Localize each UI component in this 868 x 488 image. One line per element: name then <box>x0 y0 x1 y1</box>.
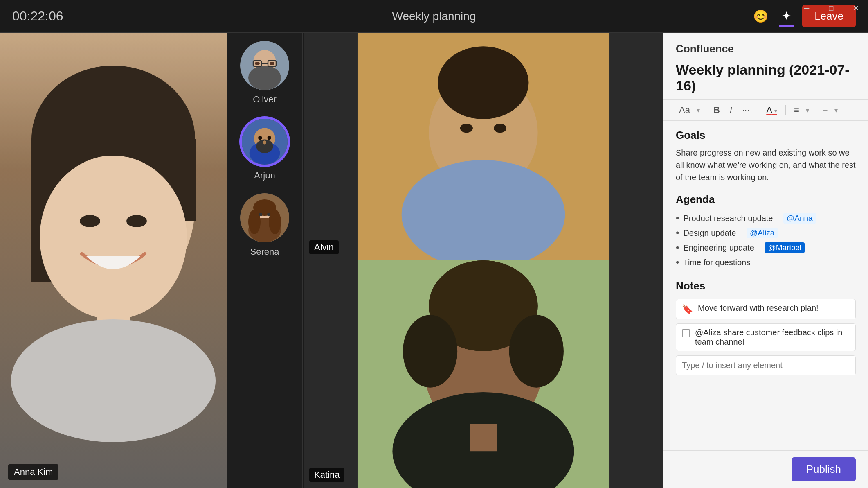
svg-point-30 <box>269 210 281 234</box>
confluence-app-name: Confluence <box>663 33 868 59</box>
bold-button[interactable]: B <box>710 103 723 117</box>
notes-text-0: Move forward with research plan! <box>698 303 819 313</box>
window-controls: ─ □ ✕ <box>794 0 868 16</box>
svg-point-23 <box>268 136 271 140</box>
close-button[interactable]: ✕ <box>843 0 868 16</box>
confluence-nav-icon[interactable]: ✦ <box>779 6 794 27</box>
agenda-list: Product research update @Anna Design upd… <box>676 211 856 270</box>
arjun-name: Arjun <box>254 170 275 181</box>
avatar-arjun <box>240 117 289 166</box>
toolbar-divider-2 <box>758 105 758 115</box>
agenda-text-3: Time for questions <box>683 258 750 267</box>
list-button[interactable]: ≡ <box>791 103 803 117</box>
title-bar: 00:22:06 Weekly planning 😊 ✦ Leave ─ □ ✕ <box>0 0 868 33</box>
svg-rect-40 <box>358 33 609 260</box>
toolbar-divider-1 <box>705 105 705 115</box>
katina-label: Katina <box>309 468 344 482</box>
maximize-button[interactable]: □ <box>819 0 843 16</box>
content-input[interactable] <box>676 355 856 375</box>
svg-rect-50 <box>358 260 609 488</box>
agenda-mention-1[interactable]: @Aliza <box>747 228 778 238</box>
avatar-item-oliver[interactable]: Oliver <box>240 41 289 105</box>
agenda-text-0: Product research update <box>683 214 773 223</box>
bookmark-icon: 🔖 <box>682 304 693 315</box>
confluence-panel: Confluence Weekly planning (2021-07-16) … <box>663 33 868 488</box>
alvin-label: Alvin <box>309 240 339 254</box>
agenda-item-1: Design update @Aliza <box>676 226 856 240</box>
svg-point-16 <box>255 62 260 65</box>
agenda-text-1: Design update <box>683 228 736 238</box>
confluence-toolbar: Aa ▾ B I ··· A ▾ ≡ ▾ + ▾ <box>663 99 868 121</box>
agenda-item-0: Product research update @Anna <box>676 211 856 226</box>
font-size-button[interactable]: Aa <box>676 103 693 117</box>
main-area: Anna Kim Oliver <box>0 33 868 488</box>
svg-point-31 <box>259 213 262 216</box>
notes-item-0: 🔖 Move forward with research plan! <box>676 299 856 319</box>
agenda-text-2: Engineering update <box>683 243 754 253</box>
notes-text-1: @Aliza share customer feedback clips in … <box>695 328 850 347</box>
goals-heading: Goals <box>676 129 856 142</box>
svg-point-24 <box>263 140 266 144</box>
avatar-item-arjun[interactable]: Arjun <box>240 117 289 181</box>
avatar-oliver <box>240 41 289 90</box>
notes-item-1: @Aliza share customer feedback clips in … <box>676 323 856 351</box>
confluence-doc-title: Weekly planning (2021-07-16) <box>663 59 868 99</box>
add-button[interactable]: + <box>819 103 831 117</box>
confluence-footer: Publish <box>663 450 868 488</box>
video-right-panel: Alvin Katina <box>303 33 663 488</box>
notes-heading: Notes <box>676 280 856 292</box>
participant-sidebar: Oliver Arjun <box>227 33 303 488</box>
anna-label: Anna Kim <box>8 464 58 480</box>
svg-point-32 <box>267 213 270 216</box>
agenda-item-3: Time for questions <box>676 255 856 270</box>
avatar-item-serena[interactable]: Serena <box>240 193 289 257</box>
confluence-content: Goals Share progress on new and existing… <box>663 121 868 450</box>
video-alvin: Alvin <box>303 33 663 260</box>
more-button[interactable]: ··· <box>739 103 753 117</box>
video-katina: Katina <box>303 260 663 488</box>
svg-point-17 <box>270 62 274 65</box>
agenda-heading: Agenda <box>676 193 856 206</box>
agenda-item-2: Engineering update @Maribel <box>676 240 856 255</box>
minimize-button[interactable]: ─ <box>794 0 819 16</box>
svg-rect-9 <box>0 33 227 488</box>
svg-point-29 <box>248 210 261 234</box>
svg-point-22 <box>258 136 262 140</box>
timer: 00:22:06 <box>12 9 63 24</box>
agenda-mention-0[interactable]: @Anna <box>783 213 816 224</box>
toolbar-divider-3 <box>785 105 786 115</box>
emoji-icon[interactable]: 😊 <box>751 7 771 26</box>
avatar-serena <box>240 193 289 242</box>
svg-point-12 <box>248 66 281 90</box>
publish-button[interactable]: Publish <box>792 457 856 481</box>
toolbar-divider-4 <box>814 105 814 115</box>
oliver-name: Oliver <box>253 94 276 105</box>
agenda-mention-2[interactable]: @Maribel <box>765 242 805 253</box>
serena-name: Serena <box>250 246 279 257</box>
task-checkbox[interactable] <box>682 329 690 337</box>
color-button[interactable]: A ▾ <box>763 103 780 117</box>
window-title: Weekly planning <box>392 10 476 23</box>
italic-button[interactable]: I <box>726 103 735 117</box>
goals-text: Share progress on new and existing work … <box>676 147 856 183</box>
video-anna: Anna Kim <box>0 33 227 488</box>
